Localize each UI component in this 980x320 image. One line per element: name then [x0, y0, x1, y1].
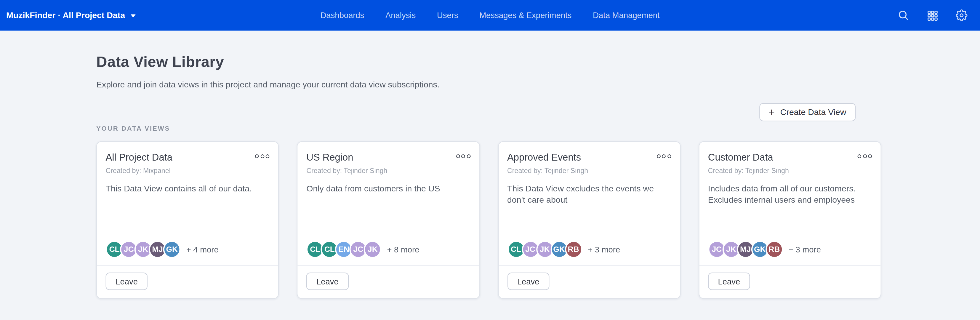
- menu-dot-icon: [255, 154, 259, 158]
- leave-button[interactable]: Leave: [306, 272, 348, 290]
- card-spacer: [298, 195, 479, 241]
- nav-item-data-management[interactable]: Data Management: [593, 11, 660, 20]
- card-title: Approved Events: [507, 152, 581, 163]
- leave-button[interactable]: Leave: [507, 272, 549, 290]
- menu-dot-icon: [266, 154, 270, 158]
- data-view-card: Customer Data Created by: Tejinder Singh…: [698, 141, 881, 299]
- app-root: MuzikFinder · All Project Data Dashboard…: [0, 0, 980, 320]
- card-header: All Project Data: [97, 142, 278, 163]
- menu-dot-icon: [461, 154, 465, 158]
- card-description: Includes data from all of our customers.…: [699, 175, 880, 206]
- card-footer: Leave: [498, 265, 679, 298]
- menu-dot-icon: [662, 154, 666, 158]
- card-footer: Leave: [699, 265, 880, 298]
- card-title: All Project Data: [106, 152, 172, 163]
- more-members-label: + 4 more: [186, 245, 219, 254]
- section-label-your-data-views: YOUR DATA VIEWS: [96, 124, 881, 132]
- member-avatar-row: JC JK MJ GK RB + 3 more: [699, 240, 880, 258]
- member-avatar-row: CL CL EN JC JK + 8 more: [298, 240, 479, 258]
- card-title: US Region: [306, 152, 353, 163]
- leave-button[interactable]: Leave: [106, 272, 148, 290]
- card-header: US Region: [298, 142, 479, 163]
- page-content: Data View Library Explore and join data …: [0, 53, 980, 299]
- menu-dot-icon: [456, 154, 460, 158]
- menu-dot-icon: [657, 154, 661, 158]
- apps-grid-icon[interactable]: [927, 10, 938, 21]
- nav-item-analysis[interactable]: Analysis: [385, 11, 416, 20]
- nav-item-users[interactable]: Users: [437, 11, 458, 20]
- menu-dot-icon: [260, 154, 264, 158]
- card-spacer: [498, 206, 679, 240]
- project-selector[interactable]: MuzikFinder · All Project Data: [6, 11, 136, 20]
- search-icon[interactable]: [898, 10, 910, 21]
- card-spacer: [97, 195, 278, 241]
- card-footer: Leave: [97, 265, 278, 298]
- card-overflow-menu-icon[interactable]: [456, 152, 471, 161]
- data-view-card: Approved Events Created by: Tejinder Sin…: [498, 141, 681, 299]
- menu-dot-icon: [863, 154, 867, 158]
- member-avatar-row: CL JC JK MJ GK + 4 more: [97, 240, 278, 258]
- more-members-label: + 3 more: [588, 245, 620, 254]
- project-selector-label: MuzikFinder · All Project Data: [6, 11, 125, 20]
- card-header: Approved Events: [498, 142, 679, 163]
- top-navbar: MuzikFinder · All Project Data Dashboard…: [0, 0, 980, 30]
- card-footer: Leave: [298, 265, 479, 298]
- card-created-by: Created by: Mixpanel: [97, 163, 278, 175]
- data-view-card: US Region Created by: Tejinder Singh Onl…: [297, 141, 480, 299]
- more-members-label: + 8 more: [387, 245, 419, 254]
- more-members-label: + 3 more: [789, 245, 821, 254]
- leave-button[interactable]: Leave: [708, 272, 750, 290]
- card-created-by: Created by: Tejinder Singh: [298, 163, 479, 175]
- data-view-cards: All Project Data Created by: Mixpanel Th…: [96, 141, 881, 299]
- avatar: RB: [565, 240, 582, 258]
- create-data-view-label: Create Data View: [780, 108, 846, 117]
- card-overflow-menu-icon[interactable]: [858, 152, 872, 161]
- menu-dot-icon: [667, 154, 671, 158]
- nav-item-dashboards[interactable]: Dashboards: [320, 11, 364, 20]
- card-overflow-menu-icon[interactable]: [657, 152, 671, 161]
- card-created-by: Created by: Tejinder Singh: [699, 163, 880, 175]
- menu-dot-icon: [858, 154, 862, 158]
- card-description: This Data View excludes the events we do…: [498, 175, 679, 206]
- plus-icon: +: [768, 107, 775, 117]
- avatar: RB: [765, 240, 783, 258]
- page-subtitle: Explore and join data views in this proj…: [96, 80, 881, 89]
- menu-dot-icon: [466, 154, 471, 158]
- nav-item-messages-experiments[interactable]: Messages & Experiments: [479, 11, 571, 20]
- card-title: Customer Data: [708, 152, 773, 163]
- card-overflow-menu-icon[interactable]: [255, 152, 270, 161]
- avatar: JK: [364, 240, 381, 258]
- card-header: Customer Data: [699, 142, 880, 163]
- data-view-card: All Project Data Created by: Mixpanel Th…: [96, 141, 279, 299]
- topbar-actions: [898, 10, 967, 21]
- menu-dot-icon: [868, 154, 872, 158]
- primary-nav: Dashboards Analysis Users Messages & Exp…: [320, 11, 659, 20]
- member-avatar-row: CL JC JK GK RB + 3 more: [498, 240, 679, 258]
- settings-gear-icon[interactable]: [956, 10, 967, 21]
- card-description: Only data from customers in the US: [298, 175, 479, 195]
- avatar: GK: [163, 240, 181, 258]
- card-created-by: Created by: Tejinder Singh: [498, 163, 679, 175]
- chevron-down-icon: [130, 14, 136, 18]
- card-spacer: [699, 206, 880, 240]
- page-title: Data View Library: [96, 53, 881, 70]
- create-data-view-button[interactable]: + Create Data View: [759, 103, 856, 121]
- card-description: This Data View contains all of our data.: [97, 175, 278, 195]
